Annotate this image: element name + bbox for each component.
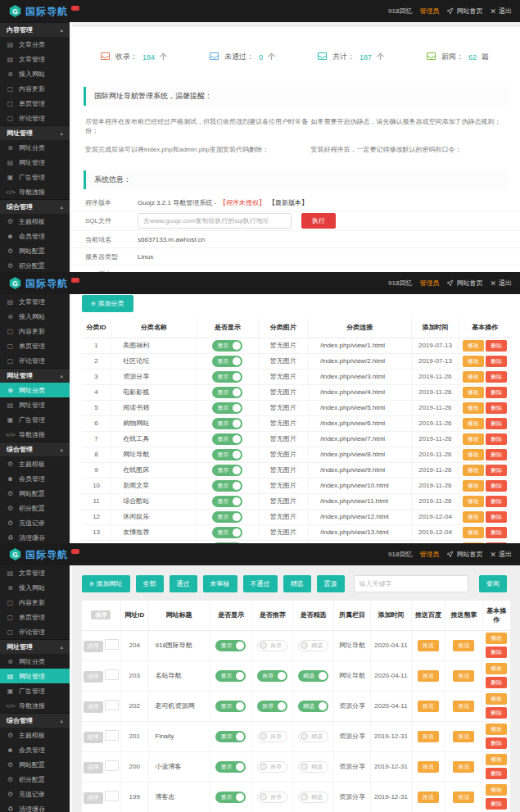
push-xiongzhang-button[interactable]: 推送 [453,731,474,742]
show-toggle[interactable]: 显示 [212,496,242,507]
edit-button[interactable]: 修改 [463,371,484,383]
delete-button[interactable]: 删除 [486,511,507,523]
show-toggle[interactable]: 显示 [212,465,242,476]
sort-order-input[interactable] [105,730,119,741]
sort-button[interactable]: 排序 [84,641,103,652]
logo[interactable]: G 国际导航 [8,547,79,562]
sort-order-input[interactable] [105,791,119,801]
sidebar-item[interactable]: ⊕网址分类 [0,654,70,669]
delete-button[interactable]: 删除 [486,707,507,719]
sidebar-item[interactable]: ▤文章管理 [0,565,70,580]
sidebar-section-header[interactable]: 综合管理▴ [0,442,70,456]
show-toggle[interactable]: 显示 [212,371,242,383]
show-toggle[interactable]: 显示 [212,449,242,460]
sort-button[interactable]: 排序 [84,671,103,683]
sidebar-item[interactable]: ▢评论管理 [0,111,70,125]
sidebar-item[interactable]: </>导航连接 [0,427,70,442]
sidebar-item[interactable]: ☻会员管理 [0,229,70,243]
push-xiongzhang-button[interactable]: 推送 [453,761,474,773]
sidebar-item[interactable]: </>导航连接 [0,698,70,713]
featured-toggle[interactable]: 精选 [298,761,328,773]
sort-button[interactable]: 排序 [84,762,103,773]
sidebar-item[interactable]: ⚙网站配置 [0,757,70,772]
logo[interactable]: G 国际导航 [8,276,79,291]
push-xiongzhang-button[interactable]: 推送 [453,640,474,651]
sidebar-item[interactable]: ⊕网址分类 [0,140,70,155]
sidebar-item[interactable]: ▢单页管理 [0,338,70,353]
delete-button[interactable]: 删除 [486,496,507,507]
sidebar-item[interactable]: ⊕接入网站 [0,309,70,324]
delete-button[interactable]: 删除 [486,402,507,414]
sidebar-item[interactable]: ⚙积分配置 [0,772,70,787]
sidebar-item[interactable]: ⚙充值记录 [0,515,70,530]
show-toggle[interactable]: 显示 [215,761,246,773]
featured-toggle[interactable]: 精选 [298,731,328,742]
latest-version-link[interactable]: 【最新版本】 [269,198,308,207]
home-link[interactable]: 网站首页 [446,279,482,288]
push-xiongzhang-button[interactable]: 推送 [453,792,474,803]
sidebar-item[interactable]: ♻清理缓存 [0,801,70,812]
edit-button[interactable]: 修改 [463,433,484,445]
sidebar-item[interactable]: ⚙网站配置 [0,243,70,258]
add-category-button[interactable]: ⊕ 添加分类 [82,295,133,312]
push-baidu-button[interactable]: 推送 [418,701,439,712]
recommend-toggle[interactable]: 推荐 [257,731,287,742]
show-toggle[interactable]: 显示 [212,480,242,492]
show-toggle[interactable]: 显示 [212,418,242,429]
sidebar-item[interactable]: ☻会员管理 [0,471,70,486]
edit-button[interactable]: 修改 [463,465,484,476]
delete-button[interactable]: 删除 [486,737,507,749]
edit-button[interactable]: 修改 [486,724,507,735]
push-baidu-button[interactable]: 推送 [418,670,439,682]
push-baidu-button[interactable]: 推送 [418,761,439,773]
sidebar-item[interactable]: ⚙网站配置 [0,486,70,501]
unauthorized-link[interactable]: 【程序未授权】 [219,198,265,207]
edit-button[interactable]: 修改 [463,387,484,398]
sidebar-item[interactable]: ⚙主题模板 [0,728,70,742]
delete-button[interactable]: 删除 [486,340,507,352]
delete-button[interactable]: 删除 [486,677,507,688]
delete-button[interactable]: 删除 [486,768,507,779]
logout-link[interactable]: ✕ 退出 [490,7,512,16]
featured-toggle[interactable]: 精选 [298,701,328,712]
sidebar-item[interactable]: ▢内容更新 [0,595,70,610]
sidebar-section-header[interactable]: 网址管理▴ [0,368,70,383]
edit-button[interactable]: 修改 [463,402,484,414]
sidebar-item[interactable]: ▤网址管理 [0,155,70,170]
sidebar-item[interactable]: ▢评论管理 [0,353,70,368]
edit-button[interactable]: 修改 [486,693,507,705]
show-toggle[interactable]: 显示 [212,356,242,367]
logout-link[interactable]: ✕ 退出 [490,279,512,288]
edit-button[interactable]: 修改 [486,784,507,796]
sidebar-section-header[interactable]: 内容管理▴ [0,22,70,37]
delete-button[interactable]: 删除 [486,356,507,367]
sidebar-item[interactable]: ▣广告管理 [0,683,70,698]
featured-toggle[interactable]: 精选 [298,640,328,651]
show-toggle[interactable]: 显示 [215,731,246,742]
sidebar-item[interactable]: ▢评论管理 [0,624,70,639]
sidebar-item[interactable]: ♻清理缓存 [0,530,70,543]
logout-link[interactable]: ✕ 退出 [490,550,512,559]
show-toggle[interactable]: 显示 [215,670,246,682]
recommend-toggle[interactable]: 推荐 [257,670,287,682]
push-xiongzhang-button[interactable]: 推送 [453,670,474,682]
sidebar-section-header[interactable]: 综合管理▴ [0,713,70,728]
edit-button[interactable]: 修改 [486,754,507,765]
sidebar-item[interactable]: ⚙充值记录 [0,787,70,801]
sidebar-item[interactable]: ▢单页管理 [0,610,70,624]
sidebar-item[interactable]: </>导航连接 [0,184,70,199]
delete-button[interactable]: 删除 [486,798,507,810]
recommend-toggle[interactable]: 推荐 [257,792,287,803]
sidebar-item[interactable]: ⚙积分配置 [0,258,70,272]
push-xiongzhang-button[interactable]: 推送 [453,701,474,712]
recommend-toggle[interactable]: 推荐 [257,640,287,651]
edit-button[interactable]: 修改 [463,527,484,538]
sidebar-item[interactable]: ▤网址管理 [0,397,70,412]
edit-button[interactable]: 修改 [486,633,507,644]
sidebar-item[interactable]: ▢单页管理 [0,96,70,111]
recommend-toggle[interactable]: 推荐 [257,761,287,773]
delete-button[interactable]: 删除 [486,433,507,445]
edit-button[interactable]: 修改 [486,663,507,674]
filter-rejected-button[interactable]: 不通过 [243,575,278,592]
sort-order-input[interactable] [105,700,119,710]
